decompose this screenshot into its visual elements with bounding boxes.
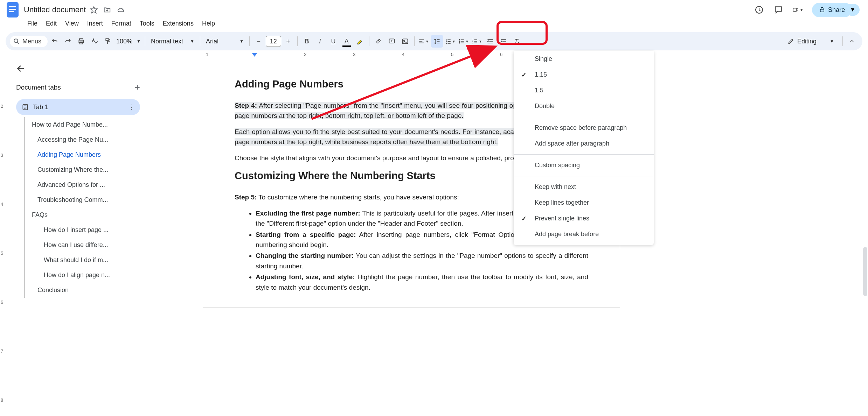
font-select[interactable]: Arial▼ — [203, 38, 246, 45]
svg-rect-1 — [9, 6, 16, 7]
svg-point-16 — [459, 39, 460, 40]
paragraph-style-select[interactable]: Normal text▼ — [148, 38, 197, 45]
insert-image-button[interactable] — [399, 35, 411, 48]
spellcheck-button[interactable] — [88, 35, 101, 48]
underline-button[interactable]: U — [327, 35, 340, 48]
paint-format-button[interactable] — [102, 35, 114, 48]
remove-space-before[interactable]: Remove space before paragraph — [514, 120, 654, 136]
outline-item[interactable]: What should I do if m... — [25, 253, 140, 268]
toolbar: Menus 100%▼ Normal text▼ Arial▼ − 12 + B… — [6, 32, 862, 50]
outline-item[interactable]: Conclusion — [25, 283, 140, 298]
menu-tools[interactable]: Tools — [136, 18, 158, 29]
outline-item[interactable]: Advanced Options for ... — [25, 177, 140, 192]
outline-item[interactable]: Customizing Where the... — [25, 162, 140, 177]
cloud-status-icon[interactable] — [117, 6, 125, 14]
menus-search[interactable]: Menus — [10, 36, 48, 47]
bulleted-list-button[interactable]: ▼ — [457, 35, 470, 48]
clear-formatting-button[interactable] — [511, 35, 523, 48]
outline-item[interactable]: Troubleshooting Comm... — [25, 192, 140, 207]
share-dropdown-caret[interactable]: ▼ — [846, 4, 860, 16]
svg-rect-12 — [106, 39, 109, 41]
outline-item[interactable]: How do I align page n... — [25, 268, 140, 283]
text-color-button[interactable]: A — [340, 35, 353, 48]
svg-rect-7 — [820, 9, 824, 12]
tab-1[interactable]: Tab 1 ⋮ — [16, 99, 140, 115]
font-size-input[interactable]: 12 — [266, 36, 281, 47]
outline-item[interactable]: How do I insert page ... — [25, 223, 140, 238]
indent-marker[interactable] — [252, 53, 257, 57]
custom-spacing[interactable]: Custom spacing — [514, 157, 654, 173]
spacing-1-15[interactable]: 1.15 — [514, 67, 654, 83]
outline-item[interactable]: Accessing the Page Nu... — [25, 132, 140, 147]
scrollbar-thumb[interactable] — [863, 247, 867, 296]
bold-button[interactable]: B — [300, 35, 313, 48]
svg-point-18 — [459, 42, 460, 43]
menu-format[interactable]: Format — [108, 18, 135, 29]
menu-view[interactable]: View — [62, 18, 82, 29]
keep-lines-together[interactable]: Keep lines together — [514, 195, 654, 211]
history-icon[interactable] — [753, 4, 764, 15]
prevent-single-lines[interactable]: Prevent single lines — [514, 211, 654, 226]
add-comment-button[interactable] — [386, 35, 398, 48]
menu-file[interactable]: File — [24, 18, 41, 29]
spacing-double[interactable]: Double — [514, 98, 654, 114]
document-area[interactable]: Adding Page Numbers Step 4: After select… — [147, 58, 868, 416]
star-icon[interactable] — [90, 6, 98, 14]
insert-link-button[interactable] — [372, 35, 385, 48]
document-tabs-label: Document tabs — [16, 84, 61, 91]
outline-panel: Document tabs + Tab 1 ⋮ How to Add Page … — [6, 58, 147, 416]
spacing-1-5[interactable]: 1.5 — [514, 83, 654, 98]
increase-indent-button[interactable] — [497, 35, 510, 48]
tab-more-icon[interactable]: ⋮ — [128, 103, 134, 111]
outline-list: How to Add Page Numbe... Accessing the P… — [24, 117, 140, 298]
outline-item[interactable]: How to Add Page Numbe... — [25, 117, 140, 132]
document-title[interactable]: Untitled document — [24, 5, 86, 14]
spacing-single[interactable]: Single — [514, 51, 654, 67]
back-arrow-icon[interactable] — [16, 64, 26, 73]
title-bar: Untitled document ▼ Share ▼ — [0, 0, 868, 17]
add-page-break-before[interactable]: Add page break before — [514, 226, 654, 242]
svg-marker-4 — [91, 7, 97, 13]
svg-text:3: 3 — [472, 42, 473, 44]
italic-button[interactable]: I — [314, 35, 326, 48]
zoom-select[interactable]: 100%▼ — [115, 38, 142, 45]
highlight-color-button[interactable] — [354, 35, 366, 48]
line-spacing-button[interactable] — [431, 35, 443, 48]
svg-rect-3 — [9, 11, 14, 12]
menu-bar: File Edit View Insert Format Tools Exten… — [0, 17, 868, 29]
svg-point-8 — [14, 39, 18, 43]
undo-button[interactable] — [48, 35, 61, 48]
vertical-scrollbar[interactable] — [862, 58, 868, 416]
horizontal-ruler[interactable]: 1 2 3 4 5 6 7 — [6, 52, 868, 59]
move-icon[interactable] — [103, 6, 111, 14]
add-tab-button[interactable]: + — [135, 82, 140, 93]
add-space-after[interactable]: Add space after paragraph — [514, 136, 654, 151]
redo-button[interactable] — [62, 35, 74, 48]
increase-font-size-button[interactable]: + — [282, 35, 294, 48]
decrease-font-size-button[interactable]: − — [252, 35, 265, 48]
svg-rect-2 — [9, 9, 16, 10]
checklist-button[interactable]: ▼ — [444, 35, 457, 48]
meet-icon[interactable]: ▼ — [792, 4, 804, 15]
line-spacing-dropdown: Single 1.15 1.5 Double Remove space befo… — [514, 51, 654, 245]
collapse-toolbar-button[interactable] — [846, 35, 858, 48]
menu-edit[interactable]: Edit — [42, 18, 60, 29]
comments-icon[interactable] — [773, 4, 784, 15]
editing-mode-select[interactable]: Editing ▼ — [782, 38, 840, 45]
print-button[interactable] — [75, 35, 88, 48]
svg-point-17 — [459, 41, 460, 42]
svg-rect-6 — [793, 8, 797, 11]
align-button[interactable]: ▼ — [417, 35, 430, 48]
menu-insert[interactable]: Insert — [84, 18, 106, 29]
vertical-ruler[interactable]: 2 3 4 5 6 7 8 — [0, 58, 6, 416]
menu-extensions[interactable]: Extensions — [159, 18, 197, 29]
outline-item-active[interactable]: Adding Page Numbers — [25, 147, 140, 162]
docs-logo[interactable] — [6, 3, 20, 17]
outline-item[interactable]: How can I use differe... — [25, 238, 140, 253]
keep-with-next[interactable]: Keep with next — [514, 179, 654, 195]
outline-item[interactable]: FAQs — [25, 207, 140, 223]
decrease-indent-button[interactable] — [484, 35, 497, 48]
numbered-list-button[interactable]: 123▼ — [471, 35, 483, 48]
menu-help[interactable]: Help — [199, 18, 218, 29]
